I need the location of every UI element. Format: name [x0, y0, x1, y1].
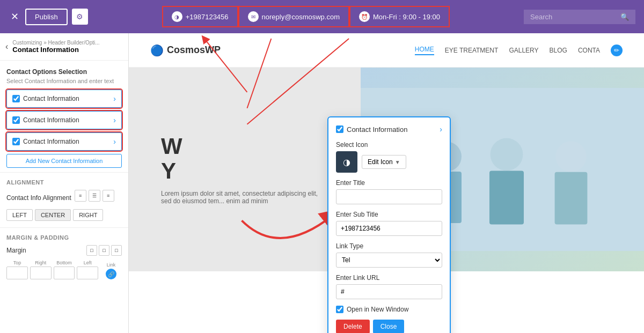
logo-icon: 🔵 — [150, 44, 164, 57]
nav-home[interactable]: HOME — [415, 46, 434, 55]
back-button[interactable]: ‹ — [5, 42, 8, 51]
email-icon: ✉ — [248, 11, 259, 22]
delete-button[interactable]: Delete — [336, 320, 370, 333]
nav-eye-treatment[interactable]: EYE TREATMENT — [445, 47, 499, 54]
sidebar: ‹ Customizing » Header Builder/Opti... C… — [0, 33, 129, 333]
icon-preview: ◑ — [336, 151, 357, 173]
enter-subtitle-input[interactable] — [336, 221, 442, 236]
hero-content: W Y Lorem ipsum dolor sit amet, consecte… — [129, 113, 354, 226]
search-area[interactable]: 🔍 — [524, 10, 635, 24]
nav-contact[interactable]: CONTA — [578, 47, 600, 54]
chip-email-text: noreply@cosmoswp.com — [262, 13, 340, 21]
contact-checkbox-1[interactable] — [12, 95, 20, 102]
panel-title: Contact Information — [347, 125, 407, 134]
contact-item-label-1: Contact Information — [23, 95, 79, 102]
select-icon-area: ◑ Edit Icon ▼ — [336, 151, 442, 173]
margin-left-input[interactable] — [77, 267, 98, 279]
margin-bottom-input[interactable] — [54, 267, 75, 279]
margin-top-label: Top — [13, 260, 21, 265]
close-panel-button[interactable]: Close — [373, 320, 405, 333]
contact-options-section: Contact Options Selection Select Contact… — [0, 61, 128, 172]
align-icons: ≡ ☰ ≡ — [75, 190, 114, 202]
nav-gallery[interactable]: GALLERY — [509, 47, 538, 54]
edit-icon-label: Edit Icon — [368, 158, 393, 166]
margin-bottom-label: Bottom — [56, 260, 72, 265]
panel-header: Contact Information › — [336, 125, 442, 134]
nav-menu: HOME EYE TREATMENT GALLERY BLOG CONTA ✏ — [415, 45, 623, 56]
gear-button[interactable]: ⚙ — [72, 9, 88, 25]
margin-icon-3[interactable]: □ — [111, 245, 122, 256]
select-icon-label: Select Icon — [336, 141, 442, 149]
hero-text: Lorem ipsum dolor sit amet, consectetur … — [161, 190, 322, 205]
open-new-window-label: Open in New Window — [347, 306, 408, 313]
align-right-button[interactable]: RIGHT — [73, 209, 103, 221]
alignment-section: ALIGNMENT Contact Info Alignment ≡ ☰ ≡ L… — [0, 172, 128, 227]
hero-title: W Y — [161, 134, 322, 183]
alignment-title: ALIGNMENT — [6, 179, 122, 186]
close-button[interactable]: ✕ — [9, 9, 21, 25]
floating-panel: Contact Information › Select Icon ◑ Edit… — [327, 116, 451, 333]
enter-title-label: Enter Title — [336, 179, 442, 187]
link-url-label: Enter Link URL — [336, 274, 442, 282]
chip-hours-text: Mon-Fri : 9:00 - 19:00 — [373, 13, 440, 21]
sidebar-breadcrumb-area: Customizing » Header Builder/Opti... Con… — [12, 40, 99, 54]
contact-item-2[interactable]: Contact Information › — [6, 111, 122, 129]
add-contact-button[interactable]: Add New Contact Information — [6, 154, 122, 168]
top-bar-chips: ◑ +1987123456 ✉ noreply@cosmoswp.com ⏰ M… — [162, 6, 450, 27]
link-url-group: Enter Link URL — [336, 274, 442, 299]
contact-checkbox-3[interactable] — [12, 138, 20, 145]
margin-top-input[interactable] — [6, 267, 28, 279]
edit-icon-button[interactable]: Edit Icon ▼ — [362, 155, 406, 169]
link-url-input[interactable] — [336, 284, 442, 299]
logo-area: 🔵 CosmosWP — [150, 44, 221, 57]
contact-item-3[interactable]: Contact Information › — [6, 132, 122, 151]
main-area: ‹ Customizing » Header Builder/Opti... C… — [0, 33, 644, 333]
margin-label: Margin □ □ □ — [6, 245, 122, 256]
nav-edit-button[interactable]: ✏ — [611, 45, 623, 56]
phone-icon: ◑ — [172, 11, 182, 22]
link-type-select[interactable]: Tel Email URL — [336, 253, 442, 268]
search-input[interactable] — [530, 13, 616, 21]
margin-right-input[interactable] — [30, 267, 52, 279]
margin-link-label: Link — [107, 262, 116, 268]
panel-actions: Delete Close — [336, 320, 442, 333]
margin-fields: Top Right Bottom Left — [6, 260, 122, 279]
contact-item-label-3: Contact Information — [23, 138, 79, 145]
contact-item-1[interactable]: Contact Information › — [6, 90, 122, 108]
margin-icon-2[interactable]: □ — [99, 245, 109, 256]
align-left-button[interactable]: LEFT — [6, 209, 33, 221]
breadcrumb: Customizing » Header Builder/Opti... — [12, 40, 99, 46]
margin-link-button[interactable]: 🔗 — [106, 269, 116, 279]
contact-checkbox-2[interactable] — [12, 116, 20, 124]
section-desc: Select Contact Information and enter tex… — [6, 78, 122, 84]
svg-rect-4 — [489, 171, 524, 224]
chip-phone-text: +1987123456 — [186, 13, 229, 21]
open-new-window-checkbox[interactable] — [336, 306, 343, 313]
chip-phone: ◑ +1987123456 — [162, 6, 238, 27]
svg-point-5 — [555, 141, 587, 172]
link-type-label: Link Type — [336, 242, 442, 250]
logo-text: CosmosWP — [167, 45, 221, 56]
sidebar-header: ‹ Customizing » Header Builder/Opti... C… — [0, 33, 128, 61]
contact-item-label-2: Contact Information — [23, 116, 79, 124]
align-icon-right[interactable]: ≡ — [103, 190, 114, 202]
section-title: Contact Options Selection — [6, 68, 122, 76]
panel-checkbox[interactable] — [336, 125, 343, 133]
enter-title-input[interactable] — [336, 189, 442, 204]
align-center-button[interactable]: CENTER — [35, 209, 71, 221]
align-icon-left[interactable]: ≡ — [75, 190, 86, 202]
align-icon-center[interactable]: ☰ — [89, 190, 100, 202]
publish-button[interactable]: Publish — [25, 9, 68, 25]
search-icon: 🔍 — [620, 13, 629, 21]
chip-email: ✉ noreply@cosmoswp.com — [238, 6, 349, 27]
site-header: 🔵 CosmosWP HOME EYE TREATMENT GALLERY BL… — [129, 33, 644, 68]
dropdown-arrow-icon: ▼ — [395, 159, 400, 165]
open-new-window-group: Open in New Window — [336, 306, 442, 313]
align-label: Contact Info Alignment ≡ ☰ ≡ — [6, 190, 122, 206]
enter-subtitle-group: Enter Sub Title — [336, 211, 442, 236]
nav-blog[interactable]: BLOG — [550, 47, 567, 54]
margin-icon-1[interactable]: □ — [86, 245, 97, 256]
clock-icon: ⏰ — [359, 11, 370, 22]
contact-arrow-2: › — [113, 116, 116, 124]
top-bar-left: ✕ Publish ⚙ — [9, 9, 88, 25]
